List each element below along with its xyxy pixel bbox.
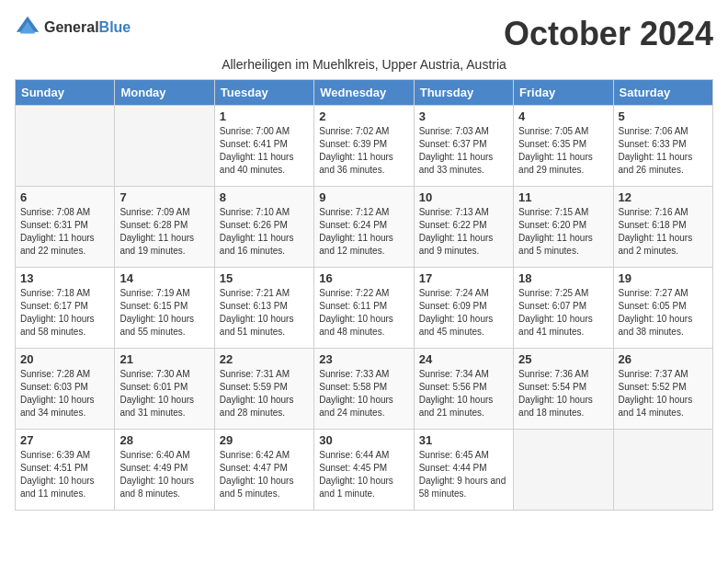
day-info: Sunrise: 7:06 AMSunset: 6:33 PMDaylight:… (619, 125, 708, 177)
day-number: 17 (419, 271, 508, 285)
day-info: Sunrise: 7:34 AMSunset: 5:56 PMDaylight:… (419, 368, 508, 419)
day-number: 6 (20, 190, 109, 204)
calendar-cell (514, 430, 613, 511)
calendar-cell: 31Sunrise: 6:45 AMSunset: 4:44 PMDayligh… (414, 430, 513, 511)
day-info: Sunrise: 7:33 AMSunset: 5:58 PMDaylight:… (319, 368, 408, 419)
week-row-3: 13Sunrise: 7:18 AMSunset: 6:17 PMDayligh… (16, 268, 713, 349)
calendar-cell: 10Sunrise: 7:13 AMSunset: 6:22 PMDayligh… (414, 187, 513, 268)
day-number: 9 (319, 190, 408, 204)
calendar-cell: 18Sunrise: 7:25 AMSunset: 6:07 PMDayligh… (514, 268, 613, 349)
header-monday: Monday (115, 80, 214, 106)
week-row-5: 27Sunrise: 6:39 AMSunset: 4:51 PMDayligh… (16, 430, 713, 511)
day-number: 24 (419, 352, 508, 366)
day-number: 14 (119, 271, 209, 285)
calendar-cell (16, 106, 115, 187)
calendar-cell: 16Sunrise: 7:22 AMSunset: 6:11 PMDayligh… (314, 268, 414, 349)
calendar-cell: 9Sunrise: 7:12 AMSunset: 6:24 PMDaylight… (314, 187, 414, 268)
day-number: 11 (518, 190, 608, 204)
calendar-cell: 15Sunrise: 7:21 AMSunset: 6:13 PMDayligh… (214, 268, 313, 349)
day-info: Sunrise: 7:08 AMSunset: 6:31 PMDaylight:… (20, 206, 109, 258)
day-info: Sunrise: 7:21 AMSunset: 6:13 PMDaylight:… (220, 287, 309, 339)
header-friday: Friday (514, 80, 613, 106)
day-number: 12 (619, 190, 708, 204)
day-info: Sunrise: 7:27 AMSunset: 6:05 PMDaylight:… (619, 287, 708, 339)
calendar-cell: 21Sunrise: 7:30 AMSunset: 6:01 PMDayligh… (115, 349, 214, 430)
calendar-cell: 30Sunrise: 6:44 AMSunset: 4:45 PMDayligh… (314, 430, 414, 511)
day-info: Sunrise: 6:45 AMSunset: 4:44 PMDaylight:… (419, 449, 508, 500)
calendar-cell: 13Sunrise: 7:18 AMSunset: 6:17 PMDayligh… (16, 268, 115, 349)
logo-text: GeneralBlue (44, 19, 131, 36)
day-number: 13 (20, 271, 109, 285)
calendar-cell (613, 430, 712, 511)
day-info: Sunrise: 6:39 AMSunset: 4:51 PMDaylight:… (20, 449, 109, 500)
day-info: Sunrise: 7:24 AMSunset: 6:09 PMDaylight:… (419, 287, 508, 339)
day-number: 3 (419, 109, 508, 123)
calendar-cell: 28Sunrise: 6:40 AMSunset: 4:49 PMDayligh… (115, 430, 214, 511)
day-info: Sunrise: 6:42 AMSunset: 4:47 PMDaylight:… (220, 449, 309, 500)
day-number: 5 (619, 109, 708, 123)
day-info: Sunrise: 6:44 AMSunset: 4:45 PMDaylight:… (319, 449, 408, 500)
calendar-cell: 4Sunrise: 7:05 AMSunset: 6:35 PMDaylight… (514, 106, 613, 187)
page-header: GeneralBlue October 2024 (15, 15, 713, 53)
day-info: Sunrise: 7:09 AMSunset: 6:28 PMDaylight:… (119, 206, 209, 258)
day-info: Sunrise: 7:36 AMSunset: 5:54 PMDaylight:… (518, 368, 608, 419)
calendar-cell: 1Sunrise: 7:00 AMSunset: 6:41 PMDaylight… (214, 106, 313, 187)
day-number: 20 (20, 352, 109, 366)
day-number: 31 (419, 433, 508, 447)
day-number: 7 (119, 190, 209, 204)
header-row: SundayMondayTuesdayWednesdayThursdayFrid… (16, 80, 713, 106)
day-number: 1 (220, 109, 309, 123)
day-info: Sunrise: 7:22 AMSunset: 6:11 PMDaylight:… (319, 287, 408, 339)
day-number: 15 (220, 271, 309, 285)
day-info: Sunrise: 7:12 AMSunset: 6:24 PMDaylight:… (319, 206, 408, 258)
calendar-cell: 17Sunrise: 7:24 AMSunset: 6:09 PMDayligh… (414, 268, 513, 349)
day-info: Sunrise: 7:28 AMSunset: 6:03 PMDaylight:… (20, 368, 109, 419)
day-number: 2 (319, 109, 408, 123)
week-row-1: 1Sunrise: 7:00 AMSunset: 6:41 PMDaylight… (16, 106, 713, 187)
day-number: 30 (319, 433, 408, 447)
calendar-cell: 2Sunrise: 7:02 AMSunset: 6:39 PMDaylight… (314, 106, 414, 187)
day-number: 4 (518, 109, 608, 123)
day-number: 27 (20, 433, 109, 447)
header-saturday: Saturday (613, 80, 712, 106)
calendar-cell: 19Sunrise: 7:27 AMSunset: 6:05 PMDayligh… (613, 268, 712, 349)
calendar-cell: 23Sunrise: 7:33 AMSunset: 5:58 PMDayligh… (314, 349, 414, 430)
calendar-cell: 7Sunrise: 7:09 AMSunset: 6:28 PMDaylight… (115, 187, 214, 268)
calendar-cell: 24Sunrise: 7:34 AMSunset: 5:56 PMDayligh… (414, 349, 513, 430)
day-info: Sunrise: 7:37 AMSunset: 5:52 PMDaylight:… (619, 368, 708, 419)
day-number: 21 (119, 352, 209, 366)
logo-blue: Blue (99, 19, 131, 35)
day-number: 29 (220, 433, 309, 447)
header-thursday: Thursday (414, 80, 513, 106)
day-info: Sunrise: 7:31 AMSunset: 5:59 PMDaylight:… (220, 368, 309, 419)
day-number: 26 (619, 352, 708, 366)
day-info: Sunrise: 6:40 AMSunset: 4:49 PMDaylight:… (119, 449, 209, 500)
calendar-cell: 27Sunrise: 6:39 AMSunset: 4:51 PMDayligh… (16, 430, 115, 511)
calendar-cell: 12Sunrise: 7:16 AMSunset: 6:18 PMDayligh… (613, 187, 712, 268)
day-number: 25 (518, 352, 608, 366)
calendar-cell: 14Sunrise: 7:19 AMSunset: 6:15 PMDayligh… (115, 268, 214, 349)
header-tuesday: Tuesday (214, 80, 313, 106)
day-number: 18 (518, 271, 608, 285)
calendar-cell: 26Sunrise: 7:37 AMSunset: 5:52 PMDayligh… (613, 349, 712, 430)
day-info: Sunrise: 7:16 AMSunset: 6:18 PMDaylight:… (619, 206, 708, 258)
day-info: Sunrise: 7:02 AMSunset: 6:39 PMDaylight:… (319, 125, 408, 177)
calendar-table: SundayMondayTuesdayWednesdayThursdayFrid… (15, 79, 713, 511)
day-info: Sunrise: 7:25 AMSunset: 6:07 PMDaylight:… (518, 287, 608, 339)
day-info: Sunrise: 7:15 AMSunset: 6:20 PMDaylight:… (518, 206, 608, 258)
logo-icon (15, 15, 40, 40)
calendar-cell: 3Sunrise: 7:03 AMSunset: 6:37 PMDaylight… (414, 106, 513, 187)
calendar-cell: 5Sunrise: 7:06 AMSunset: 6:33 PMDaylight… (613, 106, 712, 187)
day-number: 16 (319, 271, 408, 285)
day-info: Sunrise: 7:10 AMSunset: 6:26 PMDaylight:… (220, 206, 309, 258)
logo-general: General (44, 19, 99, 35)
calendar-cell: 29Sunrise: 6:42 AMSunset: 4:47 PMDayligh… (214, 430, 313, 511)
day-number: 19 (619, 271, 708, 285)
day-number: 10 (419, 190, 508, 204)
logo: GeneralBlue (15, 15, 131, 40)
day-info: Sunrise: 7:05 AMSunset: 6:35 PMDaylight:… (518, 125, 608, 177)
calendar-cell: 22Sunrise: 7:31 AMSunset: 5:59 PMDayligh… (214, 349, 313, 430)
day-number: 28 (119, 433, 209, 447)
day-info: Sunrise: 7:30 AMSunset: 6:01 PMDaylight:… (119, 368, 209, 419)
subtitle: Allerheiligen im Muehlkreis, Upper Austr… (15, 57, 713, 72)
